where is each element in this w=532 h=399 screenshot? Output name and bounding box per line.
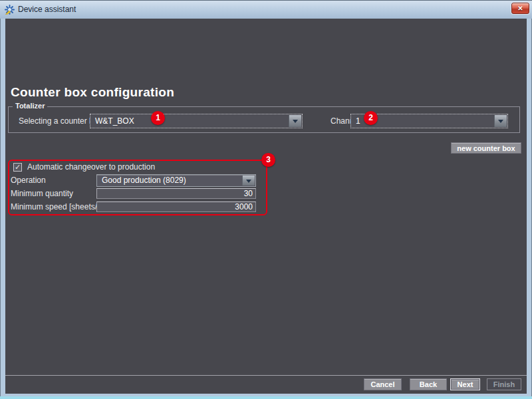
- check-icon: ✓: [15, 163, 21, 171]
- page-title: Counter box configuration: [11, 85, 174, 100]
- annotation-badge-3: 3: [261, 153, 275, 167]
- dropdown-arrow-icon[interactable]: [289, 115, 301, 127]
- minimum-quantity-input[interactable]: [96, 188, 256, 199]
- footer-button-bar: Cancel Back Next Finish: [5, 375, 527, 394]
- auto-changeover-checkbox[interactable]: ✓: [13, 163, 22, 172]
- auto-changeover-label: Automatic changeover to production: [27, 162, 155, 172]
- window-bottom-accent: [0, 396, 532, 399]
- close-button[interactable]: ✕: [511, 3, 529, 14]
- titlebar[interactable]: Device assistant ✕: [0, 0, 532, 19]
- operation-value: Good production (8029): [102, 176, 186, 185]
- counter-box-value: W&T_BOX: [95, 116, 134, 126]
- minimum-quantity-label: Minimum quantity: [11, 188, 73, 199]
- minimum-speed-label: Minimum speed [sheets/h]: [11, 201, 104, 212]
- counter-box-select[interactable]: W&T_BOX: [90, 114, 303, 128]
- operation-select[interactable]: Good production (8029): [96, 174, 256, 187]
- dropdown-arrow-icon[interactable]: [494, 115, 507, 127]
- finish-button[interactable]: Finish: [487, 378, 521, 390]
- minimum-speed-input[interactable]: [96, 201, 256, 212]
- dialog-content: Counter box configuration Totalizer Sele…: [5, 19, 527, 375]
- close-icon: ✕: [517, 5, 523, 12]
- dropdown-arrow-icon[interactable]: [242, 176, 255, 186]
- back-button[interactable]: Back: [410, 378, 447, 390]
- cancel-button[interactable]: Cancel: [364, 378, 402, 390]
- next-button[interactable]: Next: [450, 378, 480, 390]
- channel-value: 1: [356, 116, 360, 126]
- annotation-badge-2: 2: [364, 111, 378, 125]
- new-counter-box-button[interactable]: new counter box: [451, 142, 521, 154]
- operation-label: Operation: [11, 174, 46, 187]
- device-assistant-window: Device assistant ✕ Counter box configura…: [0, 0, 532, 399]
- window-title: Device assistant: [18, 1, 76, 18]
- totalizer-group-label: Totalizer: [13, 102, 47, 110]
- annotation-badge-1: 1: [151, 111, 165, 125]
- app-starburst-icon: [5, 5, 15, 15]
